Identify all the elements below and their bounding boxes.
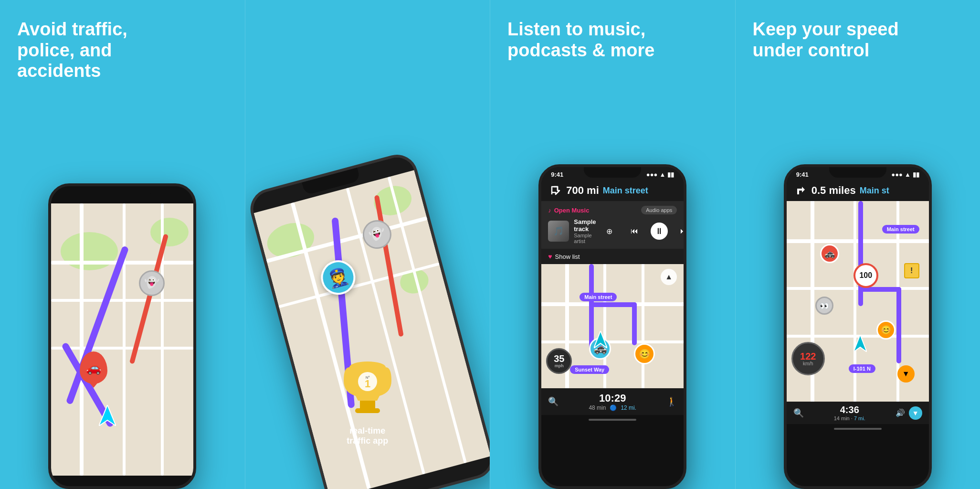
svg-marker-8 [854, 335, 867, 352]
eta-distance-3: 12 mi. [621, 404, 636, 411]
signal-icon: ●●● [646, 171, 658, 178]
waze-char-2: 👀 [815, 297, 833, 315]
music-controls: ⊕ ⏮ ⏸ ⏭ [601, 223, 687, 240]
speed-badge-3: 35 mph [546, 348, 572, 374]
navigation-bar-3: 700 mi Main street [541, 180, 684, 201]
pause-button[interactable]: ⏸ [651, 223, 668, 240]
prev-track-button[interactable]: ⏮ [626, 223, 643, 240]
trophy-subtitle: traffic app [347, 436, 388, 446]
trophy-icon: Nº 1 [339, 359, 396, 426]
battery-icon: ▮▮ [667, 171, 674, 178]
phone-mockup-3: 9:41 ●●● ▲ ▮▮ 700 mi Main street [538, 164, 686, 489]
phone-mockup-1: 🚗 👻 [48, 183, 196, 489]
user-location-arrow-4 [854, 335, 867, 354]
panel-4-headline: Keep your speed under control [736, 0, 916, 70]
bottom-bar-4: 🔍 4:36 14 min · 7 mi. 🔊 ▼ [787, 402, 929, 424]
speaker-icon-4[interactable]: 🔊 [896, 408, 905, 417]
svg-rect-3 [355, 408, 380, 413]
road-sign-icon: ! [904, 263, 919, 278]
scroll-up-button[interactable]: ▲ [661, 269, 677, 285]
highway-label-4: I-101 N [849, 364, 875, 373]
battery-icon-4: ▮▮ [913, 171, 919, 178]
navigation-bar-4: 0.5 miles Main st [787, 180, 929, 201]
speedometer: 122 km/h [791, 342, 825, 375]
panel-3-headline: Listen to music, podcasts & more [490, 0, 672, 70]
person-icon-3: 🚶 [666, 396, 677, 407]
ghost-character: 👻 [359, 217, 394, 252]
trophy-container: Nº 1 real-time traffic app [245, 359, 490, 446]
main-street-label-4: Main street [882, 225, 919, 234]
svg-text:1: 1 [365, 378, 370, 390]
wifi-icon-4: ▲ [905, 171, 911, 178]
bottom-bar-3: 🔍 10:29 48 min 🔵 12 mi. 🚶 [541, 388, 684, 415]
open-music-button[interactable]: ♪ Open Music [548, 207, 589, 214]
panel-avoid-traffic: Avoid traffic, police, and accidents [0, 0, 245, 489]
svg-marker-0 [99, 405, 116, 426]
svg-marker-7 [594, 331, 607, 348]
show-list-label: Show list [555, 253, 580, 260]
signal-icon-4: ●●● [891, 171, 903, 178]
ghost-pin: 👻 [139, 270, 165, 296]
user-arrow [99, 405, 116, 428]
nav-street-3: Main street [603, 186, 648, 196]
music-panel: ♪ Open Music Audio apps 🎵 Sample track S… [541, 201, 684, 249]
track-artist: Sample artist [574, 233, 596, 244]
panel-music: Listen to music, podcasts & more 9:41 ●●… [490, 0, 735, 489]
heart-icon: ♥ [548, 253, 552, 260]
search-icon-4[interactable]: 🔍 [793, 408, 804, 418]
add-to-playlist-button[interactable]: ⊕ [601, 223, 618, 240]
nav-street-4: Main st [860, 186, 889, 196]
turn-arrow-icon-4 [794, 184, 808, 197]
search-icon-3[interactable]: 🔍 [548, 396, 558, 407]
panel-1-headline: Avoid traffic, police, and accidents [0, 0, 145, 91]
orange-character: 😊 [634, 343, 655, 364]
panel-speed: Keep your speed under control 9:41 ●●● ▲… [735, 0, 980, 489]
track-info: Sample track Sample artist [574, 218, 596, 244]
next-track-button[interactable]: ⏭ [675, 223, 687, 240]
phone-mockup-4: 9:41 ●●● ▲ ▮▮ 0.5 miles Main st [784, 164, 932, 489]
expand-button[interactable]: ▼ [909, 406, 922, 420]
eta-time-3: 10:29 [589, 392, 636, 404]
map-area-3: Main street Sunset Way ▲ 🚓 35 mph [541, 264, 684, 388]
waze-char-1: 🚓 [820, 244, 839, 263]
album-art: 🎵 [548, 221, 569, 242]
home-bar-3 [541, 415, 684, 425]
speed-limit-sign: 100 [854, 263, 878, 288]
main-street-label-map: Main street [580, 293, 617, 301]
track-title: Sample track [574, 218, 596, 233]
home-bar-4 [787, 424, 929, 434]
traffic-pin: 🚗 [80, 351, 107, 384]
panel-number-one: 👮 👻 Nº 1 real-time traffic app [245, 0, 490, 489]
waze-char-3: 😊 [876, 320, 896, 340]
time-display-4: 9:41 [796, 171, 809, 178]
trophy-title: real-time [349, 426, 385, 436]
music-note-icon: ♪ [548, 207, 551, 214]
wifi-icon: ▲ [659, 171, 665, 178]
nav-distance-4: 0.5 miles [811, 184, 856, 197]
orange-indicator: ▼ [897, 365, 915, 383]
user-location-arrow-3 [594, 331, 607, 350]
show-list-row[interactable]: ♥ Show list [541, 249, 684, 264]
eta-distance-4: 7 mi. [854, 415, 865, 421]
map-area-4: Main street I-101 N 100 122 km/h 🚓 [787, 201, 929, 402]
police-character-pin: 👮 [317, 256, 359, 298]
eta-time-4: 4:36 [834, 404, 865, 415]
svg-rect-2 [360, 401, 375, 408]
eta-min-4: 14 min [834, 415, 850, 421]
nav-distance-3: 700 mi [566, 184, 599, 197]
eta-min-3: 48 min [589, 404, 606, 411]
time-display: 9:41 [551, 171, 563, 178]
sunset-way-label: Sunset Way [570, 365, 609, 374]
audio-apps-button[interactable]: Audio apps [641, 206, 677, 214]
turn-arrow-icon [549, 184, 562, 197]
